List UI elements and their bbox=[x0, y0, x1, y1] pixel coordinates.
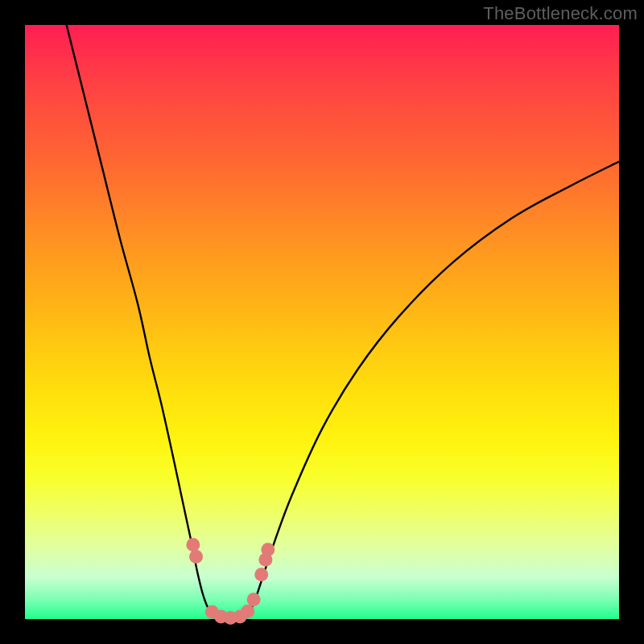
chart-frame: TheBottleneck.com bbox=[0, 0, 644, 644]
data-marker bbox=[189, 550, 203, 564]
plot-area bbox=[25, 25, 619, 619]
data-marker bbox=[254, 568, 268, 581]
data-marker bbox=[261, 543, 275, 556]
curve-path bbox=[67, 25, 619, 620]
data-marker bbox=[186, 538, 200, 551]
data-marker bbox=[247, 592, 261, 606]
data-marker bbox=[241, 605, 254, 618]
watermark-text: TheBottleneck.com bbox=[483, 3, 638, 24]
chart-svg bbox=[25, 25, 619, 619]
